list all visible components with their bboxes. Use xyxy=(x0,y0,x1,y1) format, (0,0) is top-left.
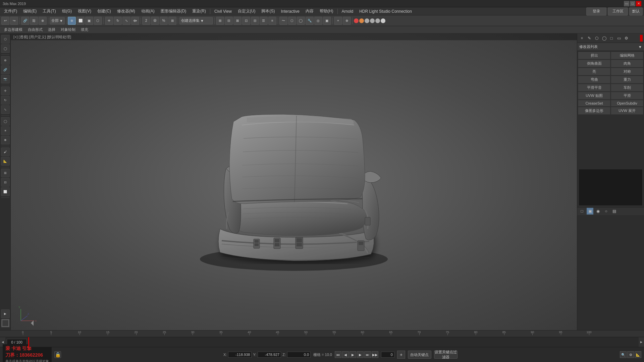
schematic-view[interactable]: ⬡ xyxy=(288,17,296,25)
rp-bottom-btn-1[interactable]: □ xyxy=(579,208,585,215)
timeline-track[interactable] xyxy=(28,337,639,347)
coord-x-input[interactable] xyxy=(228,352,252,358)
tool-camera[interactable]: 📷 xyxy=(1,75,10,83)
move-button[interactable]: ✛ xyxy=(105,17,113,25)
timeline-scroll-right[interactable]: ▶ xyxy=(639,337,644,347)
tool-mirror[interactable]: ⊟ xyxy=(1,178,10,187)
auto-key-button[interactable]: 自动关键点 xyxy=(408,351,431,359)
menu-content[interactable]: 内容 xyxy=(303,8,316,15)
tool-rotate[interactable]: ↻ xyxy=(1,96,10,105)
coord-lock-button[interactable]: 🔒 xyxy=(54,351,61,358)
modifier-gravity[interactable]: 重力 xyxy=(611,76,643,83)
modifier-uvw-unwrap[interactable]: UVW 展开 xyxy=(611,107,643,115)
menu-civil-view[interactable]: Civil View xyxy=(212,8,234,14)
menu-modifiers[interactable]: 修改器(M) xyxy=(114,8,138,15)
tool-align[interactable]: ⊞ xyxy=(1,169,10,177)
modifier-extrude[interactable]: 挤出 xyxy=(578,52,610,59)
menu-create[interactable]: 创建(C) xyxy=(95,8,114,15)
tool-expand[interactable]: ▶ xyxy=(1,309,10,318)
modifier-crease-set[interactable]: CreaseSet xyxy=(578,100,610,107)
coord-y-input[interactable] xyxy=(258,352,281,358)
add-key-button[interactable]: + xyxy=(397,351,405,359)
modifier-list-arrow[interactable]: ▼ xyxy=(638,45,642,49)
selection-set-dropdown[interactable]: 创建选择集 ▼ xyxy=(179,17,213,24)
viewport-settings-2[interactable]: ⚙ xyxy=(627,351,634,358)
spinner-snap[interactable]: ⊞ xyxy=(168,17,176,25)
maximize-button[interactable]: □ xyxy=(630,1,635,6)
rp-btn-4[interactable]: ◯ xyxy=(601,35,607,42)
scale-button[interactable]: ⤡ xyxy=(122,17,130,25)
angle-snap[interactable]: ⦿ xyxy=(151,17,159,25)
subtb-paint[interactable]: 对象绘制 xyxy=(59,27,77,33)
tool-array[interactable]: ⬜ xyxy=(1,187,10,196)
tool-lights[interactable]: ☀ xyxy=(1,126,10,135)
rp-bottom-btn-4[interactable]: ○ xyxy=(603,208,609,215)
pb-goto-end[interactable]: ⏭ xyxy=(364,351,371,358)
subtb-fill[interactable]: 填充 xyxy=(79,27,90,33)
close-button[interactable]: ✕ xyxy=(636,1,641,6)
viewport-expand-arrow[interactable] xyxy=(31,320,36,327)
select-button[interactable]: ⊕ xyxy=(68,17,76,25)
modifier-bevel[interactable]: 倒角曲面 xyxy=(578,60,610,67)
region-select-button[interactable]: ⬜ xyxy=(76,17,85,25)
coord-z-input[interactable] xyxy=(287,352,311,358)
tool-helpers[interactable]: ❋ xyxy=(1,136,10,144)
subtb-polygon-modeling[interactable]: 多边形建模 xyxy=(3,27,24,33)
pb-goto-start[interactable]: ⏮ xyxy=(335,351,341,358)
menu-hdr-light[interactable]: HDR Light Studio Connection xyxy=(357,8,415,14)
tool-paint[interactable]: 🖌 xyxy=(1,147,10,156)
menu-rendering[interactable]: 重染(R) xyxy=(190,8,209,15)
modifier-bright[interactable]: 亮 xyxy=(578,68,610,75)
menu-tools[interactable]: 工具(T) xyxy=(40,8,58,15)
color-dot-1[interactable] xyxy=(354,18,359,23)
extra-btn-2[interactable]: ⊕ xyxy=(343,17,351,25)
rp-bottom-btn-2[interactable]: ▣ xyxy=(587,208,593,215)
mode-dropdown[interactable]: 全部 ▼ xyxy=(50,17,65,24)
snap-toggle[interactable]: 2 xyxy=(142,17,150,25)
color-dot-3[interactable] xyxy=(365,18,369,23)
redo-button[interactable]: ↪ xyxy=(10,17,18,25)
menu-graph-editors[interactable]: 图形编辑器(D) xyxy=(158,8,189,15)
modifier-uvw-map[interactable]: UVW 贴图 xyxy=(578,92,610,100)
curve-editor[interactable]: 〜 xyxy=(279,17,287,25)
pb-playback-modes[interactable]: ▶▶ xyxy=(372,351,378,358)
viewport-settings-3[interactable]: 📐 xyxy=(635,351,641,358)
modifier-edit-poly[interactable]: 像图多边形 xyxy=(578,107,610,115)
menu-scripting[interactable]: 脚本(S) xyxy=(259,8,277,15)
tool-color-swatch[interactable] xyxy=(1,319,10,327)
material-editor[interactable]: ◯ xyxy=(297,17,305,25)
rp-bottom-btn-5[interactable]: ▤ xyxy=(611,208,618,215)
pb-next-frame[interactable]: ▶ xyxy=(357,351,364,358)
subtb-selection[interactable]: 选择 xyxy=(47,27,57,33)
pb-prev-frame[interactable]: ◀ xyxy=(342,351,349,358)
login-button[interactable]: 登录 xyxy=(586,7,606,15)
tool-scale[interactable]: ⤡ xyxy=(1,105,10,114)
modifier-chamfer[interactable]: 肉角 xyxy=(611,60,643,67)
extra-btn-1[interactable]: + xyxy=(334,17,342,25)
tool-move[interactable]: ✛ xyxy=(1,86,10,95)
menu-help[interactable]: 帮助(H) xyxy=(317,8,336,15)
viewport-settings-1[interactable]: 🔍 xyxy=(620,351,627,358)
color-dot-2[interactable] xyxy=(359,18,364,23)
rp-btn-7[interactable]: ⚙ xyxy=(623,35,630,42)
menu-customize[interactable]: 自定义(U) xyxy=(235,8,258,15)
tool-hierarchy[interactable]: ⬡ xyxy=(1,35,10,44)
tag-button[interactable]: 默认 xyxy=(629,7,643,15)
rp-btn-6[interactable]: ▭ xyxy=(615,35,622,42)
pb-play[interactable]: ▶ xyxy=(350,351,356,358)
tool-link[interactable]: 🔗 xyxy=(1,65,10,74)
percent-snap[interactable]: % xyxy=(160,17,168,25)
modifier-opensubdiv[interactable]: OpenSubdiv xyxy=(611,100,643,107)
tool-shapes[interactable]: ◯ xyxy=(1,117,10,126)
rp-btn-5[interactable]: □ xyxy=(608,35,615,42)
tool-motion[interactable]: ◯ xyxy=(1,44,10,53)
link-button[interactable]: 🔗 xyxy=(21,17,29,25)
render-btn[interactable]: ◎ xyxy=(314,17,322,25)
menu-interactive[interactable]: Interactive xyxy=(278,8,302,14)
modifier-symmetry[interactable]: 对称 xyxy=(611,68,643,75)
color-dot-5[interactable] xyxy=(375,18,380,23)
rp-btn-1[interactable]: + xyxy=(579,35,585,42)
modifier-edit-mesh[interactable]: 编辑网格 xyxy=(611,52,643,59)
viewport-area[interactable]: [+] [透视] [用户定义] [默认明暗处理] xyxy=(11,34,577,330)
render-frame[interactable]: ▣ xyxy=(323,17,331,25)
